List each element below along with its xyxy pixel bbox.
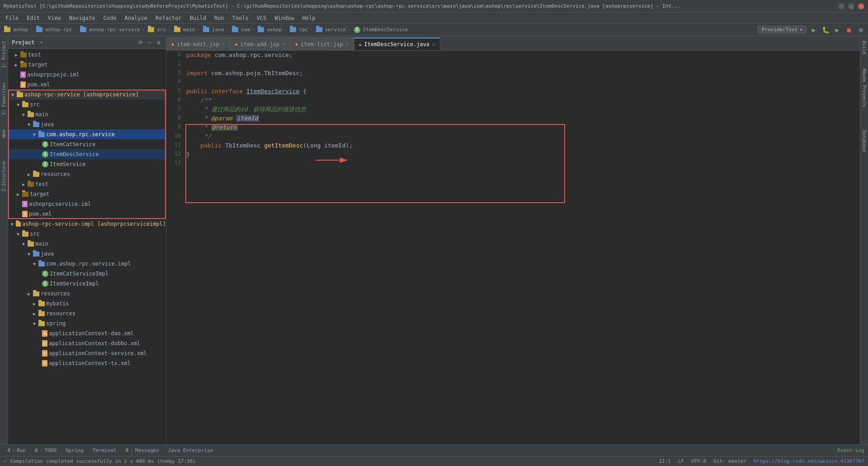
tree-resources2[interactable]: ▶ resources <box>8 289 166 299</box>
tree-spring[interactable]: ▼ spring <box>8 319 166 328</box>
tree-pom1[interactable]: ▶ x pom.xml <box>8 80 166 90</box>
tree-ashoprpcservice-iml[interactable]: ▶ I ashoprpcservice.iml <box>8 199 166 209</box>
sidebar-tab-web[interactable]: Web <box>0 127 7 140</box>
tree-itemcatimpl[interactable]: C ItemCatServiceImpl <box>8 269 166 279</box>
maximize-btn[interactable]: □ <box>848 3 854 10</box>
code-editor[interactable]: 1 package com.ashop.rpc.service; 2 3 imp… <box>166 51 860 444</box>
menu-build[interactable]: Build <box>186 14 210 22</box>
crumb-java[interactable]: java <box>202 27 224 33</box>
line-code[interactable]: package com.ashop.rpc.service; <box>184 51 860 60</box>
tab-item-list[interactable]: ◆ item-list.jsp ✕ <box>290 38 354 50</box>
debug-button[interactable]: 🐛 <box>821 25 830 34</box>
tab-close[interactable]: ✕ <box>282 41 285 47</box>
stop-button[interactable]: ■ <box>844 25 854 34</box>
tree-ashop-rpc-service-impl[interactable]: ▼ ashop-rpc-service-impl [ashoprpcservic… <box>8 219 166 229</box>
tree-test2[interactable]: ▶ test <box>8 179 166 189</box>
tab-itemdescservice[interactable]: ◆ ItemDescService.java ✕ <box>354 38 440 50</box>
crumb-ashop[interactable]: ashop <box>3 27 28 33</box>
sidebar-tab-maven[interactable]: Maven Projects <box>861 66 868 109</box>
minimize-btn[interactable]: ─ <box>838 3 844 10</box>
tree-appservice[interactable]: x applicationContext-service.xml <box>8 348 166 358</box>
menu-analyze[interactable]: Analyze <box>121 14 151 22</box>
panel-dropdown[interactable]: ▾ <box>40 40 43 45</box>
tab-close[interactable]: ✕ <box>432 42 435 48</box>
sidebar-tab-structure[interactable]: Z-Structure <box>0 159 7 194</box>
menu-run[interactable]: Run <box>211 14 228 22</box>
tree-target2[interactable]: ▶ target <box>8 189 166 199</box>
tab-close[interactable]: ✕ <box>346 41 349 47</box>
line-code[interactable]: public interface ItemDescService { <box>184 87 860 96</box>
folder-icon <box>33 172 39 177</box>
tree-src1[interactable]: ▼ src <box>8 100 166 109</box>
crumb-itemdescservice[interactable]: IItemDescService <box>353 27 408 33</box>
menu-file[interactable]: File <box>2 14 22 22</box>
tree-ashoprpcpojo[interactable]: ▶ I ashoprpcpojo.iml <box>8 70 166 80</box>
run-config[interactable]: ProviderTest ▾ <box>758 26 807 33</box>
event-log-link[interactable]: Event Log <box>837 447 864 453</box>
tree-itemdesc[interactable]: I ItemDescService <box>8 149 166 159</box>
tree-appdao[interactable]: x applicationContext-dao.xml <box>8 328 166 338</box>
settings-button[interactable]: ⚙ <box>856 25 865 34</box>
menu-code[interactable]: Code <box>100 14 120 22</box>
tree-java1[interactable]: ▼ java <box>8 119 166 129</box>
tree-resources1[interactable]: ▶ resources <box>8 169 166 179</box>
tab-item-edit[interactable]: ◆ item-edit.jsp ✕ <box>166 38 230 50</box>
crumb-rpc[interactable]: rpc <box>288 27 308 33</box>
bottom-tab-run[interactable]: 4: Run <box>4 447 29 454</box>
tree-main2[interactable]: ▼ main <box>8 239 166 249</box>
tree-apptx[interactable]: x applicationContext-tx.xml <box>8 358 166 368</box>
close-btn[interactable]: ✕ <box>858 3 864 10</box>
tree-resources3[interactable]: ▶ resources <box>8 309 166 319</box>
tree-ashoprpcservice[interactable]: ▼ ashop-rpc-service [ashoprpcservice] <box>8 90 166 100</box>
sidebar-tab-build[interactable]: Build <box>861 38 868 57</box>
gear-icon[interactable]: ⚙ <box>155 39 162 46</box>
tree-appdubbo[interactable]: x applicationContext-dubbo.xml <box>8 338 166 348</box>
bottom-tab-messages[interactable]: 0: Messages <box>122 447 163 454</box>
crumb-ashop-rpc[interactable]: ashop-rpc <box>35 27 72 33</box>
tree-itemservice[interactable]: I ItemService <box>8 159 166 169</box>
sidebar-tab-project[interactable]: 1: Project <box>0 38 7 71</box>
bottom-tab-todo[interactable]: 6: TODO <box>31 447 60 454</box>
tree-comashopimpl[interactable]: ▼ com.ashop.rpc.service.impl <box>8 259 166 269</box>
run-button[interactable]: ▶ <box>809 25 818 34</box>
tree-src2[interactable]: ▼ src <box>8 229 166 239</box>
crumb-service[interactable]: service <box>315 27 346 33</box>
tree-pom2[interactable]: ▶ x pom.xml <box>8 209 166 219</box>
crumb-ashop2[interactable]: ashop <box>256 27 282 33</box>
bottom-tab-terminal[interactable]: Terminal <box>89 447 120 454</box>
menu-edit[interactable]: Edit <box>23 14 43 22</box>
sync-icon[interactable]: ⟳ <box>137 39 144 46</box>
window-controls[interactable]: ─ □ ✕ <box>838 3 864 10</box>
run-with-coverage[interactable]: ▶ <box>833 25 842 34</box>
class-icon: I <box>354 27 360 33</box>
tab-close[interactable]: ✕ <box>222 41 225 47</box>
tree-main1[interactable]: ▼ main <box>8 109 166 119</box>
tree-itemcat[interactable]: I ItemCatService <box>8 139 166 149</box>
crumb-src[interactable]: src <box>146 27 166 33</box>
line-code[interactable]: import com.ashop.pojo.TbItemDesc; <box>184 69 860 78</box>
tab-item-add[interactable]: ◆ item-add.jsp ✕ <box>230 38 290 50</box>
tree-target1[interactable]: ▶ target <box>8 60 166 70</box>
tree-comashop[interactable]: ▼ com.ashop.rpc.service <box>8 129 166 139</box>
line-code: /** <box>184 96 860 105</box>
bottom-tab-java-enterprise[interactable]: Java Enterprise <box>165 447 217 454</box>
tree-java2[interactable]: ▼ java <box>8 249 166 259</box>
collapse-icon[interactable]: — <box>146 39 153 46</box>
bottom-tab-spring[interactable]: Spring <box>62 447 87 454</box>
tree-mybatis[interactable]: ▶ mybatis <box>8 299 166 309</box>
sidebar-tab-database[interactable]: Database <box>861 128 868 155</box>
menu-help[interactable]: Help <box>299 14 319 22</box>
crumb-com[interactable]: com <box>231 27 250 33</box>
menu-vcs[interactable]: VCS <box>253 14 270 22</box>
crumb-main[interactable]: main <box>173 27 195 33</box>
sidebar-tab-favorites[interactable]: 2: Favorites <box>0 80 7 118</box>
menu-refactor[interactable]: Refactor <box>152 14 185 22</box>
line-code[interactable]: public TbItemDesc getItemDesc(Long itemI… <box>184 141 860 150</box>
tree-itemserviceimpl[interactable]: C ItemServiceImpl <box>8 279 166 289</box>
menu-window[interactable]: Window <box>271 14 297 22</box>
menu-view[interactable]: View <box>44 14 65 22</box>
tree-test1[interactable]: ▶ test <box>8 50 166 60</box>
menu-navigate[interactable]: Navigate <box>66 14 99 22</box>
menu-tools[interactable]: Tools <box>229 14 252 22</box>
crumb-ashop-rpc-service[interactable]: ashop-rpc-service <box>79 27 140 33</box>
